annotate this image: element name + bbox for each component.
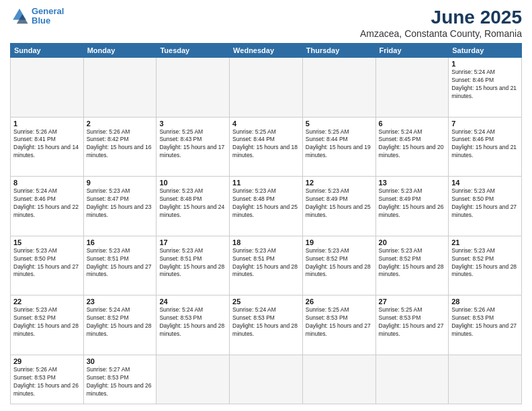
logo-line1: General [32,6,64,16]
day-cell [157,58,230,118]
main-title: June 2025 [360,7,522,28]
day-number: 16 [87,238,154,246]
day-cell: 27Sunrise: 5:25 AMSunset: 8:53 PMDayligh… [375,295,449,355]
day-header-friday: Friday [375,44,449,58]
day-detail: Sunrise: 5:23 AMSunset: 8:52 PMDaylight:… [306,247,373,279]
day-detail: Sunrise: 5:23 AMSunset: 8:51 PMDaylight:… [159,247,226,279]
day-cell: 1Sunrise: 5:24 AMSunset: 8:46 PMDaylight… [449,58,522,118]
day-cell: 20Sunrise: 5:23 AMSunset: 8:52 PMDayligh… [375,236,449,295]
week-row-3: 15Sunrise: 5:23 AMSunset: 8:50 PMDayligh… [11,236,522,295]
day-number: 7 [451,120,519,128]
day-cell: 9Sunrise: 5:23 AMSunset: 8:47 PMDaylight… [83,177,157,236]
calendar-table: SundayMondayTuesdayWednesdayThursdayFrid… [10,43,522,404]
day-number: 1 [451,60,519,68]
day-cell: 21Sunrise: 5:23 AMSunset: 8:52 PMDayligh… [449,236,522,295]
day-number: 4 [232,120,300,128]
day-cell: 28Sunrise: 5:26 AMSunset: 8:53 PMDayligh… [449,295,522,355]
day-detail: Sunrise: 5:24 AMSunset: 8:52 PMDaylight:… [87,306,154,338]
day-cell: 3Sunrise: 5:25 AMSunset: 8:43 PMDaylight… [157,117,230,177]
day-number: 28 [451,298,519,306]
day-cell: 11Sunrise: 5:23 AMSunset: 8:48 PMDayligh… [230,177,303,236]
day-cell: 18Sunrise: 5:23 AMSunset: 8:51 PMDayligh… [230,236,303,295]
day-number: 21 [451,238,519,246]
day-cell: 2Sunrise: 5:26 AMSunset: 8:42 PMDaylight… [83,117,157,177]
day-number: 8 [13,179,81,187]
day-header-wednesday: Wednesday [230,44,303,58]
day-cell [230,355,303,404]
day-detail: Sunrise: 5:23 AMSunset: 8:49 PMDaylight:… [379,187,446,220]
day-detail: Sunrise: 5:23 AMSunset: 8:52 PMDaylight:… [451,247,519,279]
week-row-5: 29Sunrise: 5:26 AMSunset: 8:53 PMDayligh… [11,355,522,404]
day-cell: 10Sunrise: 5:23 AMSunset: 8:48 PMDayligh… [157,177,230,236]
day-number: 26 [306,298,373,306]
day-number: 30 [87,357,154,365]
day-detail: Sunrise: 5:25 AMSunset: 8:44 PMDaylight:… [306,128,373,161]
day-header-tuesday: Tuesday [157,44,230,58]
day-cell [230,58,303,118]
day-detail: Sunrise: 5:25 AMSunset: 8:43 PMDaylight:… [159,128,226,161]
day-cell: 19Sunrise: 5:23 AMSunset: 8:52 PMDayligh… [302,236,375,295]
day-number: 9 [87,179,154,187]
day-number: 13 [379,179,446,187]
header: General Blue June 2025 Amzacea, Constant… [10,7,522,39]
day-detail: Sunrise: 5:23 AMSunset: 8:50 PMDaylight:… [13,247,81,279]
day-header-thursday: Thursday [302,44,375,58]
logo-text: General Blue [32,7,64,26]
day-number: 29 [13,357,81,365]
header-row: SundayMondayTuesdayWednesdayThursdayFrid… [11,44,522,58]
day-number: 23 [87,298,154,306]
day-detail: Sunrise: 5:23 AMSunset: 8:51 PMDaylight:… [87,247,154,279]
calendar-body: 1Sunrise: 5:24 AMSunset: 8:46 PMDaylight… [11,58,522,404]
logo-line2: Blue [32,15,50,26]
day-number: 27 [379,298,446,306]
day-number: 20 [379,238,446,246]
day-detail: Sunrise: 5:23 AMSunset: 8:47 PMDaylight:… [87,187,154,220]
day-cell [375,58,449,118]
day-cell [449,355,522,404]
day-cell: 23Sunrise: 5:24 AMSunset: 8:52 PMDayligh… [83,295,157,355]
day-number: 11 [232,179,300,187]
calendar-header: SundayMondayTuesdayWednesdayThursdayFrid… [11,44,522,58]
day-cell: 14Sunrise: 5:23 AMSunset: 8:50 PMDayligh… [449,177,522,236]
day-number: 17 [159,238,226,246]
day-number: 24 [159,298,226,306]
day-detail: Sunrise: 5:27 AMSunset: 8:53 PMDaylight:… [87,366,154,398]
day-detail: Sunrise: 5:25 AMSunset: 8:44 PMDaylight:… [232,128,300,161]
day-detail: Sunrise: 5:23 AMSunset: 8:48 PMDaylight:… [159,187,226,220]
day-detail: Sunrise: 5:24 AMSunset: 8:45 PMDaylight:… [379,128,446,161]
day-number: 14 [451,179,519,187]
logo: General Blue [10,7,64,26]
day-number: 12 [306,179,373,187]
day-header-monday: Monday [83,44,157,58]
day-number: 19 [306,238,373,246]
subtitle: Amzacea, Constanta County, Romania [360,28,522,39]
day-detail: Sunrise: 5:24 AMSunset: 8:46 PMDaylight:… [451,68,519,101]
day-cell [157,355,230,404]
day-detail: Sunrise: 5:26 AMSunset: 8:53 PMDaylight:… [13,366,81,398]
day-number: 5 [306,120,373,128]
logo-icon [10,7,29,26]
day-detail: Sunrise: 5:26 AMSunset: 8:42 PMDaylight:… [87,128,154,161]
day-cell: 4Sunrise: 5:25 AMSunset: 8:44 PMDaylight… [230,117,303,177]
day-cell [302,58,375,118]
day-detail: Sunrise: 5:24 AMSunset: 8:46 PMDaylight:… [451,128,519,161]
day-detail: Sunrise: 5:26 AMSunset: 8:53 PMDaylight:… [451,306,519,338]
day-detail: Sunrise: 5:23 AMSunset: 8:52 PMDaylight:… [379,247,446,279]
day-number: 22 [13,298,81,306]
day-number: 15 [13,238,81,246]
day-detail: Sunrise: 5:23 AMSunset: 8:50 PMDaylight:… [451,187,519,220]
day-detail: Sunrise: 5:24 AMSunset: 8:53 PMDaylight:… [159,306,226,338]
day-cell: 16Sunrise: 5:23 AMSunset: 8:51 PMDayligh… [83,236,157,295]
day-detail: Sunrise: 5:24 AMSunset: 8:53 PMDaylight:… [232,306,300,338]
day-header-saturday: Saturday [449,44,522,58]
day-cell: 5Sunrise: 5:25 AMSunset: 8:44 PMDaylight… [302,117,375,177]
day-number: 2 [87,120,154,128]
week-row-2: 8Sunrise: 5:24 AMSunset: 8:46 PMDaylight… [11,177,522,236]
day-cell: 26Sunrise: 5:25 AMSunset: 8:53 PMDayligh… [302,295,375,355]
day-cell: 30Sunrise: 5:27 AMSunset: 8:53 PMDayligh… [83,355,157,404]
week-row-0: 1Sunrise: 5:24 AMSunset: 8:46 PMDaylight… [11,58,522,118]
day-cell: 7Sunrise: 5:24 AMSunset: 8:46 PMDaylight… [449,117,522,177]
day-cell: 6Sunrise: 5:24 AMSunset: 8:45 PMDaylight… [375,117,449,177]
title-section: June 2025 Amzacea, Constanta County, Rom… [360,7,522,39]
day-cell [83,58,157,118]
